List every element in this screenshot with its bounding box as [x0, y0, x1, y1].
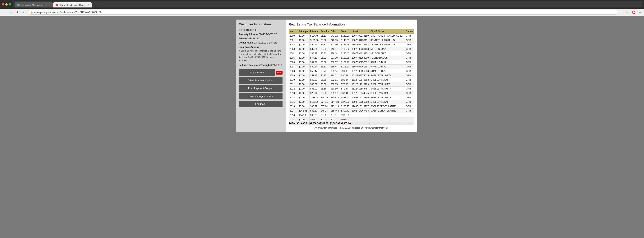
- cell-lien: 1512R08696658: [351, 69, 370, 74]
- cell-year: 2018: [289, 113, 298, 118]
- cell-solicitor: SHELLEY R. SMITH: [370, 78, 405, 82]
- cell-year: 2001: [289, 38, 298, 42]
- cell-interest: $26.94: [309, 91, 320, 96]
- cell-status: GRB: [405, 69, 414, 74]
- print-payment-coupon-btn[interactable]: Print Payment Coupon: [239, 85, 282, 92]
- other-payment-options-row: Other Payment Options: [239, 77, 282, 84]
- more-btn[interactable]: ···: [626, 10, 630, 14]
- home-btn[interactable]: ⌂: [22, 10, 26, 14]
- cell-other: $35.44: [330, 64, 340, 69]
- cell-interest: $67.29: [309, 60, 320, 64]
- cell-year: 2000: [289, 34, 298, 38]
- cell-penalty: $0.00: [320, 113, 330, 118]
- cell-lien: 1807R05253209: [351, 56, 370, 60]
- tab-favicon-stormwater: [17, 4, 20, 6]
- cell-principal: $0.00: [298, 96, 309, 100]
- close-window-btn[interactable]: [2, 3, 4, 6]
- totals-lien: [351, 122, 370, 125]
- feedback-btn[interactable]: Feedback: [239, 100, 282, 107]
- cell-penalty: $5.75: [320, 74, 330, 78]
- cell-year: 2013: [289, 91, 298, 96]
- reader-view-btn[interactable]: ☰: [620, 10, 624, 14]
- new-tab-btn[interactable]: +: [92, 1, 98, 8]
- cell-interest: $63.20: [309, 113, 320, 118]
- tab-close-stormwater[interactable]: ✕: [48, 4, 50, 6]
- totals-penalty: $344.78: [320, 122, 330, 125]
- table-row: 2015$0.00$158.96$74.75$144.38$378.091603…: [289, 100, 414, 104]
- address-bar[interactable]: 🔒 www.phila.gov/revenue/realestatetax/?t…: [28, 10, 618, 14]
- table-row: 2018$842.68$63.20$0.00$0.00$905.88: [289, 113, 414, 118]
- nav-bar: ← → ↻ ⌂ 🔒 www.phila.gov/revenue/realesta…: [0, 8, 644, 16]
- cell-principal: $0.00: [298, 104, 309, 109]
- maximize-window-btn[interactable]: [9, 3, 11, 6]
- tab-close-revenue[interactable]: ✕: [87, 4, 89, 6]
- cell-status: [405, 113, 414, 118]
- payment-agreements-btn[interactable]: Payment Agreements: [239, 93, 282, 100]
- postal-row: Postal Code:19125: [239, 37, 282, 40]
- cell-total: $78.98: [340, 82, 351, 86]
- cell-other: $39.14: [330, 51, 340, 56]
- cell-interest: $87.81: [309, 47, 320, 51]
- cell-solicitor: KENNETH I. TRUJILLO: [370, 42, 405, 47]
- back-btn[interactable]: ←: [2, 10, 7, 14]
- cell-principal: $0.00: [298, 47, 309, 51]
- col-solicitor: City Solicitor: [370, 29, 405, 34]
- bookmark-btn[interactable]: ☆: [638, 10, 642, 14]
- cell-total: $152.90: [340, 34, 351, 38]
- cell-interest: $98.22: [309, 104, 320, 109]
- cell-total: $101.20: [340, 64, 351, 69]
- cell-other: $32.61: [330, 78, 340, 82]
- cell-penalty: $5.32: [320, 64, 330, 69]
- cell-lien: 1603R15056668: [351, 100, 370, 104]
- table-row: 2007$0.00$60.44$5.32$35.44$101.201807R07…: [289, 64, 414, 69]
- pocket-btn[interactable]: ⭕: [631, 10, 636, 14]
- forward-btn[interactable]: →: [9, 10, 14, 14]
- col-principal: Principal: [298, 29, 309, 34]
- table-row: 2002$0.00$94.66$5.32$41.60$141.581807R02…: [289, 42, 414, 47]
- table-row: 2008$0.00$58.47$5.75$35.14$99.361512R086…: [289, 69, 414, 74]
- cell-penalty: $6.80: [320, 91, 330, 96]
- cell-principal: $0.00: [298, 42, 309, 47]
- lock-icon: 🔒: [30, 11, 33, 14]
- tab-stormwater[interactable]: Stormwater Map Viewer | Philadelp... ✕: [14, 2, 53, 8]
- cell-status: GRB: [405, 47, 414, 51]
- cell-solicitor: KENNETH I. TRUJILLO: [370, 38, 405, 42]
- main-container: Customer Information BRT#:312002100 Prop…: [236, 20, 408, 132]
- col-status: Status: [405, 29, 414, 34]
- cell-solicitor: [370, 113, 405, 118]
- cell-interest: $33.99: [309, 86, 320, 91]
- cell-solicitor: STEPHANIE FRANKLIN-SUBER: [370, 34, 405, 38]
- tab-revenue[interactable]: City of Philadelphia | Revenue &... ✕: [53, 2, 92, 8]
- cell-principal: $0.00: [298, 38, 309, 42]
- cell-other: $29.67: [330, 91, 340, 96]
- cell-other: $40.37: [330, 47, 340, 51]
- postal-value: 19125: [253, 37, 259, 40]
- brt-label: BRT#:: [239, 29, 246, 32]
- refresh-btn[interactable]: ↻: [16, 10, 20, 14]
- cell-total: $298.25: [340, 104, 351, 109]
- cell-interest: $0.00: [309, 118, 320, 122]
- pay-this-bill-btn[interactable]: Pay This Bill: [239, 69, 275, 76]
- totals-interest: $1,508.56: [309, 122, 320, 125]
- table-row: 2001$0.00$101.50$5.32$42.83$149.651807R0…: [289, 38, 414, 42]
- table-row: 2012$0.00$33.99$6.56$30.89$71.441512R125…: [289, 86, 414, 91]
- tab-favicon-revenue: [56, 4, 58, 6]
- cell-lien: 1807R02233152: [351, 42, 370, 47]
- cell-penalty: $5.32: [320, 51, 330, 56]
- info-badge[interactable]: info: [276, 71, 282, 74]
- cell-lien: 1807R06257532: [351, 60, 370, 64]
- table-row: 2000$0.00$104.45$5.13$43.32$152.901807R0…: [289, 34, 414, 38]
- cell-solicitor: ROMULO DIAZ: [370, 64, 405, 69]
- cell-status: GRB: [405, 100, 414, 104]
- cell-principal: $162.56: [298, 109, 309, 113]
- cell-other: $0.00: [330, 113, 340, 118]
- cell-penalty: $5.32: [320, 38, 330, 42]
- cell-interest: $51.12: [309, 74, 320, 78]
- cell-total: $149.65: [340, 38, 351, 42]
- table-row: 2016$0.00$98.22$67.84$132.19$298.251703R…: [289, 104, 414, 109]
- other-payment-options-btn[interactable]: Other Payment Options: [239, 77, 282, 84]
- minimize-window-btn[interactable]: [5, 3, 8, 6]
- postal-label: Postal Code:: [239, 37, 253, 40]
- cell-principal: $0.00: [298, 51, 309, 56]
- cell-status: GRB: [405, 78, 414, 82]
